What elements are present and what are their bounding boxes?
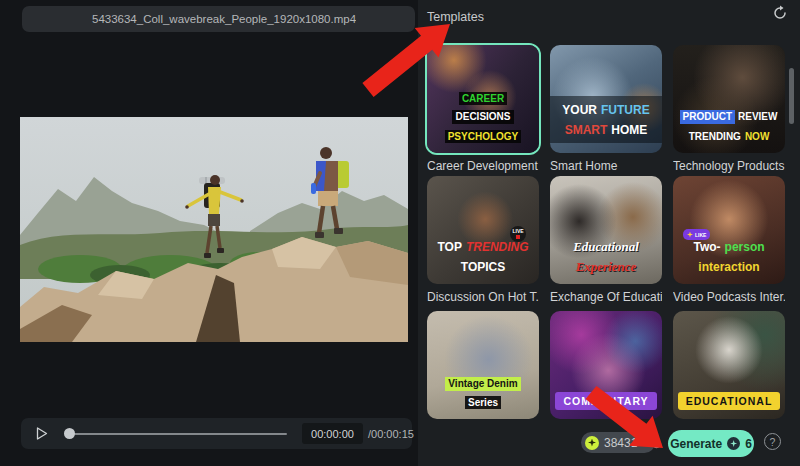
- template-card[interactable]: Vintage DenimSeries: [427, 311, 539, 419]
- template-cell: PRODUCTREVIEWTRENDINGNOWTechnology Produ…: [673, 45, 785, 173]
- template-overlay-text: COMMENTARY: [550, 390, 662, 411]
- template-caption: Video Podcasts Inter...: [673, 290, 785, 304]
- template-card[interactable]: CAREERDECISIONSPSYCHOLOGY: [427, 45, 539, 153]
- generate-button[interactable]: Generate 6: [668, 430, 754, 457]
- template-cell: CAREERDECISIONSPSYCHOLOGYCareer Developm…: [427, 45, 539, 173]
- template-overlay-text: EDUCATIONAL: [673, 390, 785, 411]
- template-overlay-text: PRODUCTREVIEWTRENDINGNOW: [673, 105, 785, 145]
- reset-icon[interactable]: [772, 5, 788, 21]
- clip-name-bar: 5433634_Coll_wavebreak_People_1920x1080.…: [22, 6, 415, 32]
- credits-coin-icon: [585, 436, 599, 450]
- scrollbar-thumb[interactable]: [789, 68, 794, 124]
- credits-plus-icon: +: [640, 436, 647, 450]
- like-badge: LIKE: [683, 229, 710, 240]
- current-time: 00:00:00: [302, 423, 363, 444]
- play-icon[interactable]: [36, 427, 48, 440]
- help-icon[interactable]: ?: [764, 433, 781, 450]
- video-frame-image: [20, 117, 408, 342]
- template-card[interactable]: TOPTRENDINGTOPICSLIVE: [427, 176, 539, 284]
- template-cell: TOPTRENDINGTOPICSLIVEDiscussion On Hot T…: [427, 176, 539, 304]
- templates-title: Templates: [427, 10, 484, 24]
- video-preview[interactable]: [20, 117, 408, 342]
- template-card[interactable]: EDUCATIONAL: [673, 311, 785, 419]
- template-cell: Two-personinteractionLIKEVideo Podcasts …: [673, 176, 785, 304]
- generate-coin-icon: [727, 437, 740, 450]
- template-cell: YOURFUTURESMARTHOMESmart Home: [550, 45, 662, 173]
- refresh-icon[interactable]: [650, 437, 663, 450]
- template-cell: Vintage DenimSeries: [427, 311, 539, 419]
- template-row-1: CAREERDECISIONSPSYCHOLOGYCareer Developm…: [427, 45, 785, 173]
- template-caption: Smart Home: [550, 159, 662, 173]
- template-caption: Exchange Of Educati...: [550, 290, 662, 304]
- template-caption: Technology Products: [673, 159, 785, 173]
- template-card[interactable]: YOURFUTURESMARTHOME: [550, 45, 662, 153]
- template-overlay-text: YOURFUTURESMARTHOME: [550, 96, 662, 143]
- template-cell: COMMENTARY: [550, 311, 662, 419]
- generate-cost: 6: [745, 437, 752, 451]
- template-card[interactable]: EducationalExperience: [550, 176, 662, 284]
- seek-track: [65, 433, 287, 435]
- template-overlay-text: TOPTRENDINGTOPICS: [427, 236, 539, 276]
- credits-pill[interactable]: 38431 +: [581, 432, 655, 453]
- template-cell: EducationalExperienceExchange Of Educati…: [550, 176, 662, 304]
- template-row-3: Vintage DenimSeriesCOMMENTARYEDUCATIONAL: [427, 311, 785, 419]
- template-caption: Discussion On Hot T...: [427, 290, 539, 304]
- credits-count: 38431: [604, 436, 637, 450]
- template-card[interactable]: COMMENTARY: [550, 311, 662, 419]
- template-overlay-text: Two-personinteraction: [673, 236, 785, 276]
- seek-handle[interactable]: [64, 428, 75, 439]
- template-overlay-text: EducationalExperience: [550, 236, 662, 276]
- template-overlay-text: Vintage DenimSeries: [427, 372, 539, 411]
- player-bar: 00:00:00 /00:00:15: [21, 418, 412, 449]
- template-row-2: TOPTRENDINGTOPICSLIVEDiscussion On Hot T…: [427, 176, 785, 304]
- template-overlay-text: CAREERDECISIONSPSYCHOLOGY: [427, 87, 539, 145]
- template-card[interactable]: PRODUCTREVIEWTRENDINGNOW: [673, 45, 785, 153]
- seek-slider[interactable]: [65, 432, 287, 435]
- template-card[interactable]: Two-personinteractionLIKE: [673, 176, 785, 284]
- total-duration: /00:00:15: [368, 423, 414, 444]
- template-cell: EDUCATIONAL: [673, 311, 785, 419]
- clip-filename: 5433634_Coll_wavebreak_People_1920x1080.…: [22, 13, 356, 25]
- generate-label: Generate: [670, 437, 722, 451]
- template-caption: Career Development: [427, 159, 539, 173]
- live-badge: LIVE: [510, 226, 526, 242]
